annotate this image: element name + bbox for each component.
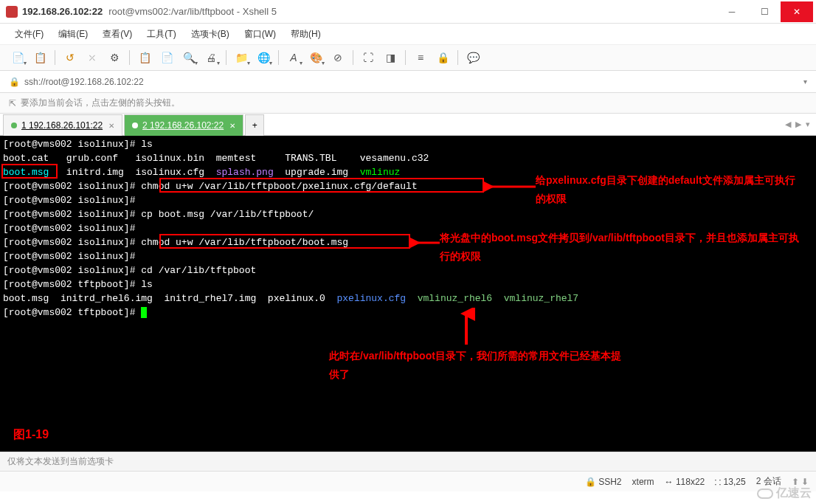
cursor [141,307,147,318]
separator [353,50,353,65]
status-dot-icon [132,122,138,128]
terminal-line: [root@vms002 tftpboot]# [3,305,813,320]
figure-label: 图1-19 [13,424,49,446]
print-button[interactable]: 🖨 [201,47,221,68]
terminal-line: boot.cat grub.conf isolinux.bin memtest … [3,151,813,165]
separator [226,50,227,65]
terminal-line: [root@vms002 isolinux]# [3,249,813,263]
compose-bar[interactable]: 仅将文本发送到当前选项卡 [0,452,816,471]
plus-icon: + [252,120,257,131]
terminal-line: [root@vms002 tftpboot]# ls [3,277,813,291]
titlebar: 192.168.26.102:22 root@vms002:/var/lib/t… [0,0,816,24]
hint-text: 要添加当前会话，点击左侧的箭头按钮。 [21,97,180,109]
status-size: ↔ 118x22 [665,477,705,487]
new-tab-button[interactable]: + [245,114,264,136]
fullscreen-button[interactable]: ⛶ [358,47,378,68]
titlebar-host: 192.168.26.102:22 [22,6,103,17]
separator [405,50,406,65]
address-dropdown-icon[interactable]: ▾ [803,77,807,86]
terminal-line: [root@vms002 isolinux]# cp boot.msg /var… [3,207,813,221]
menu-help[interactable]: 帮助(H) [285,25,327,44]
tab-close-icon[interactable]: ✕ [108,122,114,130]
maximize-button[interactable] [748,1,781,22]
quick-button[interactable]: ≡ [410,47,431,68]
session-tabbar: 1 192.168.26.101:22 ✕ 2 192.168.26.102:2… [0,114,816,136]
terminal-line: boot.msg initrd_rhel6.img initrd_rhel7.i… [3,291,813,305]
terminal-line: [root@vms002 isolinux]# chmod u+w /var/l… [3,235,813,249]
xftp-button[interactable]: 📁 [231,47,252,68]
terminal-line: [root@vms002 isolinux]# [3,193,813,207]
find-button[interactable]: 🔍 [179,47,199,68]
menu-view[interactable]: 查看(V) [97,25,138,44]
menu-window[interactable]: 窗口(W) [238,25,282,44]
font-button[interactable]: A [283,47,304,68]
titlebar-subtitle: root@vms002:/var/lib/tftpboot - Xshell 5 [108,6,277,17]
reconnect-button[interactable]: ↺ [60,47,80,68]
window-controls [716,1,813,22]
terminal-line: [root@vms002 isolinux]# [3,221,813,235]
hint-arrow-icon[interactable]: ⇱ [9,98,16,108]
status-bar: 🔒 SSH2 xterm ↔ 118x22 ⸬ 13,25 2 会话 ⬆ ⬇ 亿… [0,471,816,491]
paste-button[interactable]: 📄 [156,47,177,68]
tab-label: 1 192.168.26.101:22 [21,120,103,131]
watermark: 亿速云 [757,486,812,491]
session-tab-1[interactable]: 1 192.168.26.101:22 ✕ [3,114,122,136]
menubar: 文件(F) 编辑(E) 查看(V) 工具(T) 选项卡(B) 窗口(W) 帮助(… [0,24,816,44]
tab-list-icon[interactable]: ▾ [806,120,810,129]
menu-tabs[interactable]: 选项卡(B) [185,25,235,44]
address-bar[interactable]: 🔒 ssh://root@192.168.26.102:22 ▾ [0,71,816,93]
open-button[interactable]: 📋 [30,47,50,68]
copy-button[interactable]: 📋 [134,47,155,68]
separator [278,50,279,65]
clear-screen-button[interactable]: ⊘ [328,47,348,68]
transparent-button[interactable]: ◨ [380,47,401,68]
session-tab-2[interactable]: 2 192.168.26.102:22 ✕ [124,114,243,136]
terminal-line: [root@vms002 isolinux]# ls [3,137,813,151]
lock-icon: 🔒 [9,77,20,87]
lock-button[interactable]: 🔒 [432,47,453,68]
tab-label: 2 192.168.26.102:22 [142,120,224,131]
terminal-line: [root@vms002 isolinux]# chmod u+w /var/l… [3,179,813,193]
tab-close-icon[interactable]: ✕ [229,122,235,130]
tab-prev-icon[interactable]: ◀ [785,120,791,129]
annotation-text-3: 此时在/var/lib/tftpboot目录下，我们所需的常用文件已经基本提供了 [329,347,624,384]
separator [129,50,130,65]
status-pos: ⸬ 13,25 [715,477,745,487]
hint-bar: ⇱ 要添加当前会话，点击左侧的箭头按钮。 [0,93,816,114]
terminal-line: [root@vms002 isolinux]# cd /var/lib/tftp… [3,263,813,277]
status-term: xterm [632,477,654,487]
terminal[interactable]: 给pxelinux.cfg目录下创建的default文件添加属主可执行的权限 将… [0,136,816,452]
terminal-line: boot.msg initrd.img isolinux.cfg splash.… [3,165,813,179]
menu-tools[interactable]: 工具(T) [141,25,181,44]
separator [457,50,458,65]
cloud-icon [757,489,773,492]
menu-file[interactable]: 文件(F) [9,25,49,44]
close-button[interactable] [781,1,813,22]
new-session-button[interactable]: 📄 [7,47,28,68]
toolbar: 📄 📋 ↺ ⤫ ⚙ 📋 📄 🔍 🖨 📁 🌐 A 🎨 ⊘ ⛶ ◨ ≡ 🔒 💬 [0,44,816,71]
compose-hint: 仅将文本发送到当前选项卡 [7,455,114,468]
language-button[interactable]: 🌐 [253,47,274,68]
menu-edit[interactable]: 编辑(E) [52,25,94,44]
minimize-button[interactable] [716,1,748,22]
help-button[interactable]: 💬 [463,47,483,68]
disconnect-button[interactable]: ⤫ [82,47,103,68]
status-proto: 🔒 SSH2 [585,477,622,487]
properties-button[interactable]: ⚙ [104,47,125,68]
separator [55,50,55,65]
tab-next-icon[interactable]: ▶ [795,120,801,129]
status-dot-icon [11,122,17,128]
color-scheme-button[interactable]: 🎨 [305,47,326,68]
tab-nav: ◀ ▶ ▾ [779,114,816,135]
address-text: ssh://root@192.168.26.102:22 [24,77,803,87]
app-icon [6,6,18,18]
